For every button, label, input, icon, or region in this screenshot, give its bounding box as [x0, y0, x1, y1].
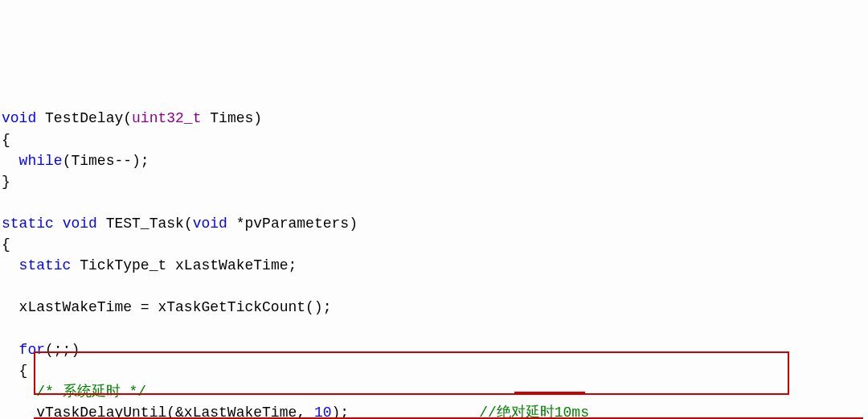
code-line: while(Times--); — [19, 153, 149, 169]
number-literal: 10 — [314, 405, 332, 419]
code-line: xLastWakeTime = xTaskGetTickCount(); — [2, 299, 331, 315]
highlight-box-1 — [34, 351, 789, 395]
code-comment: /* 系统延时 */ — [36, 384, 146, 400]
type: uint32_t — [132, 110, 201, 126]
code-line: static TickType_t xLastWakeTime; — [19, 257, 297, 273]
code-comment: //绝对延时10ms — [479, 405, 589, 419]
red-underline — [514, 392, 585, 393]
keyword: void — [193, 216, 227, 232]
code-line: void TestDelay(uint32_t Times) — [2, 110, 262, 126]
keyword: while — [19, 153, 63, 169]
type-name: TickType_t — [80, 257, 166, 273]
function-name: TestDelay — [45, 110, 123, 126]
code-line: for(;;) — [19, 342, 80, 358]
code-line: } — [2, 174, 10, 190]
code-block: void TestDelay(uint32_t Times) { while(T… — [0, 84, 868, 419]
code-line: { — [2, 236, 10, 253]
keyword: static — [19, 257, 72, 273]
code-line: { — [2, 363, 27, 379]
function-name: TEST_Task — [106, 216, 184, 232]
code-line: vTaskDelayUntil(&xLastWakeTime, 10); //绝… — [36, 405, 589, 419]
code-line: static void TEST_Task(void *pvParameters… — [2, 216, 358, 232]
keyword: static — [2, 216, 54, 232]
keyword: void — [63, 216, 97, 232]
keyword: for — [19, 342, 45, 358]
keyword: void — [2, 110, 36, 126]
code-line: { — [2, 132, 10, 148]
